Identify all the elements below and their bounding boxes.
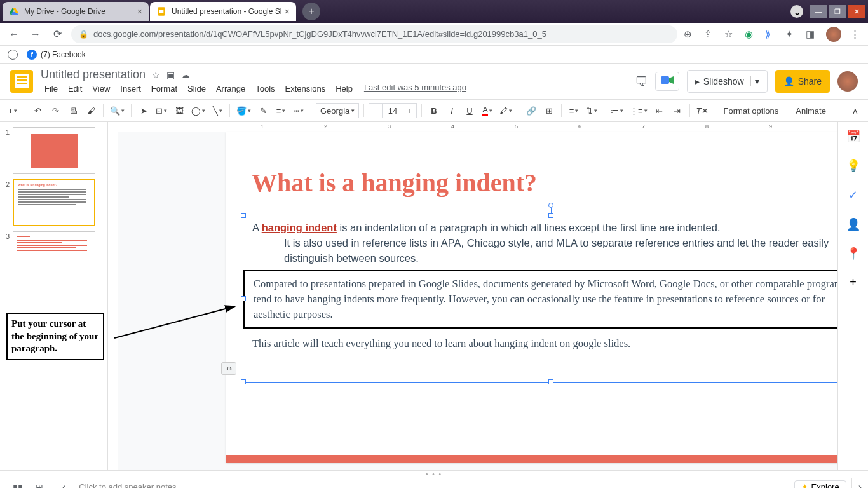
paint-format-button[interactable]: 🖌 bbox=[83, 102, 98, 119]
slide-canvas[interactable]: What is a hanging indent? A hanging inde… bbox=[226, 132, 837, 463]
italic-button[interactable]: I bbox=[444, 102, 459, 119]
browser-tab-slides[interactable]: Untitled presentation - Google Sl × bbox=[150, 2, 296, 21]
vertical-ruler[interactable] bbox=[108, 132, 118, 470]
account-avatar[interactable] bbox=[837, 71, 858, 92]
tasks-icon[interactable]: ✓ bbox=[848, 188, 858, 202]
underline-button[interactable]: U bbox=[462, 102, 477, 119]
maximize-button[interactable]: ❐ bbox=[829, 5, 846, 18]
document-title[interactable]: Untitled presentation bbox=[41, 68, 146, 81]
bookmark-facebook[interactable]: f(7) Facebook bbox=[27, 50, 86, 60]
hanging-indent-link[interactable]: hanging indent bbox=[262, 222, 337, 233]
speaker-notes-input[interactable]: Click to add speaker notes bbox=[72, 482, 794, 488]
border-dash-button[interactable]: ┅ bbox=[291, 102, 306, 119]
profile-avatar[interactable] bbox=[826, 27, 841, 42]
bulleted-list-button[interactable]: ⋮≡ bbox=[628, 102, 649, 119]
menu-arrange[interactable]: Arrange bbox=[212, 83, 249, 95]
extensions-icon[interactable]: ✦ bbox=[785, 29, 797, 40]
new-slide-button[interactable]: + bbox=[5, 102, 20, 119]
border-weight-button[interactable]: ≡ bbox=[273, 102, 288, 119]
fill-color-button[interactable]: 🪣 bbox=[234, 102, 253, 119]
zoom-icon[interactable]: ⊕ bbox=[684, 29, 695, 40]
menu-slide[interactable]: Slide bbox=[184, 83, 210, 95]
close-icon[interactable]: × bbox=[285, 6, 290, 17]
chevron-down-icon[interactable]: ▾ bbox=[750, 76, 759, 86]
align-button[interactable]: ≡ bbox=[566, 102, 581, 119]
menu-help[interactable]: Help bbox=[332, 83, 356, 95]
meet-button[interactable] bbox=[655, 72, 679, 91]
star-doc-icon[interactable]: ☆ bbox=[152, 70, 160, 80]
text-box-selected[interactable]: A hanging indent is an indentation of a … bbox=[243, 215, 837, 383]
decrease-indent-button[interactable]: ⇤ bbox=[652, 102, 667, 119]
side-panel-icon[interactable]: ◨ bbox=[806, 29, 817, 40]
line-tool[interactable]: ╲ bbox=[210, 102, 225, 119]
resize-handle[interactable] bbox=[548, 379, 553, 384]
menu-edit[interactable]: Edit bbox=[64, 83, 86, 95]
zoom-button[interactable]: 🔍 bbox=[108, 102, 126, 119]
line-spacing-button[interactable]: ⇅ bbox=[584, 102, 599, 119]
collapse-toolbar-button[interactable]: ʌ bbox=[848, 102, 863, 119]
last-edit-link[interactable]: Last edit was 5 minutes ago bbox=[364, 83, 466, 95]
slide-thumbnail-2[interactable]: What is a hanging indent? bbox=[13, 179, 95, 226]
clear-formatting-button[interactable]: T✕ bbox=[695, 102, 710, 119]
format-options-button[interactable]: Format options bbox=[720, 102, 783, 119]
increase-font-button[interactable]: + bbox=[403, 103, 417, 118]
numbered-list-button[interactable]: ≔ bbox=[609, 102, 625, 119]
extension-icon-1[interactable]: ◉ bbox=[745, 29, 756, 40]
contacts-icon[interactable]: 👤 bbox=[846, 217, 860, 231]
keep-icon[interactable]: 💡 bbox=[846, 159, 860, 173]
notes-resize-grip[interactable]: • • • bbox=[0, 470, 868, 478]
cloud-status-icon[interactable]: ☁ bbox=[181, 70, 190, 80]
slide-title[interactable]: What is a hanging indent? bbox=[252, 168, 537, 198]
slides-logo[interactable] bbox=[10, 70, 33, 93]
resize-handle[interactable] bbox=[241, 213, 246, 218]
highlight-button[interactable]: 🖍 bbox=[498, 102, 514, 119]
window-close-button[interactable]: ✕ bbox=[848, 5, 865, 18]
filmstrip-view-button[interactable]: ▮▮ bbox=[13, 482, 23, 489]
slideshow-button[interactable]: ▸Slideshow▾ bbox=[687, 70, 768, 93]
slide-thumbnail-3[interactable]: ▬▬▬▬▬ bbox=[13, 231, 95, 278]
slide-thumbnail-1[interactable] bbox=[13, 127, 95, 174]
account-chevron[interactable]: ⌄ bbox=[790, 5, 803, 18]
share-button[interactable]: 👤Share bbox=[775, 70, 830, 93]
menu-format[interactable]: Format bbox=[147, 83, 181, 95]
horizontal-ruler[interactable]: 123456789 bbox=[108, 122, 837, 132]
menu-insert[interactable]: Insert bbox=[116, 83, 145, 95]
image-tool[interactable]: 🖼 bbox=[172, 102, 187, 119]
rotate-handle[interactable] bbox=[548, 203, 553, 208]
menu-extensions[interactable]: Extensions bbox=[281, 83, 330, 95]
resize-handle[interactable] bbox=[241, 296, 246, 301]
increase-indent-button[interactable]: ⇥ bbox=[670, 102, 685, 119]
cast-icon[interactable]: ⟫ bbox=[765, 29, 776, 40]
undo-button[interactable]: ↶ bbox=[30, 102, 45, 119]
add-addon-icon[interactable]: + bbox=[850, 276, 857, 289]
expand-side-panel-button[interactable]: › bbox=[851, 478, 868, 488]
minimize-button[interactable]: ― bbox=[810, 5, 827, 18]
font-family-select[interactable]: Georgia▾ bbox=[316, 103, 359, 118]
font-size-input[interactable]: 14 bbox=[383, 103, 403, 118]
maps-icon[interactable]: 📍 bbox=[846, 247, 860, 261]
insert-link-button[interactable]: 🔗 bbox=[524, 102, 539, 119]
paragraph-1[interactable]: A hanging indent is an indentation of a … bbox=[243, 215, 837, 266]
grid-view-button[interactable]: ⊞ bbox=[36, 482, 43, 489]
decrease-font-button[interactable]: − bbox=[369, 103, 383, 118]
move-doc-icon[interactable]: ▣ bbox=[166, 70, 175, 80]
bold-button[interactable]: B bbox=[426, 102, 442, 119]
border-color-button[interactable]: ✎ bbox=[255, 102, 271, 119]
forward-button[interactable]: → bbox=[28, 27, 43, 42]
browser-tab-drive[interactable]: My Drive - Google Drive × bbox=[3, 2, 149, 21]
redo-button[interactable]: ↷ bbox=[48, 102, 63, 119]
collapse-panel-button[interactable]: ‹ bbox=[56, 478, 72, 488]
menu-icon[interactable]: ⋮ bbox=[850, 29, 862, 40]
insert-comment-button[interactable]: ⊞ bbox=[541, 102, 557, 119]
indent-guide-widget[interactable]: ⇹ bbox=[221, 362, 236, 375]
share-page-icon[interactable]: ⇪ bbox=[704, 29, 715, 40]
shape-tool[interactable]: ◯ bbox=[189, 102, 207, 119]
star-icon[interactable]: ☆ bbox=[724, 29, 736, 40]
menu-view[interactable]: View bbox=[88, 83, 114, 95]
resize-handle[interactable] bbox=[548, 213, 553, 218]
menu-tools[interactable]: Tools bbox=[252, 83, 278, 95]
new-tab-button[interactable]: + bbox=[302, 3, 320, 20]
explore-button[interactable]: ✦Explore bbox=[794, 480, 846, 488]
textbox-tool[interactable]: ⊡ bbox=[154, 102, 169, 119]
calendar-icon[interactable]: 📅 bbox=[846, 130, 860, 144]
